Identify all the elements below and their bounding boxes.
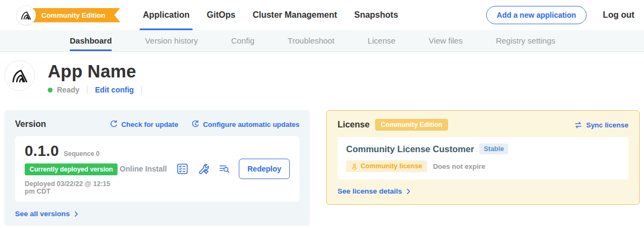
add-new-application-button[interactable]: Add a new application xyxy=(486,6,587,24)
chevron-right-icon xyxy=(73,211,79,217)
app-subnav: Dashboard Version history Config Trouble… xyxy=(0,30,644,52)
refresh-icon xyxy=(109,120,118,129)
tab-view-files[interactable]: View files xyxy=(429,30,463,51)
tab-dashboard[interactable]: Dashboard xyxy=(70,30,112,51)
current-version-panel: 0.1.0 Sequence 0 Currently deployed vers… xyxy=(15,136,299,202)
tab-config[interactable]: Config xyxy=(231,30,254,51)
version-card-header: Version Check for update Configure autom… xyxy=(15,119,299,129)
customer-name: Community License Customer xyxy=(346,144,474,154)
community-edition-badge: Community Edition xyxy=(375,119,449,131)
version-number: 0.1.0 xyxy=(25,142,59,160)
license-details-panel: Community License Customer Stable Commun… xyxy=(338,137,628,180)
chevron-right-icon xyxy=(405,188,412,195)
install-type-label: Online Install xyxy=(120,165,167,173)
app-status-row: Ready Edit config xyxy=(48,86,149,94)
app-avatar xyxy=(4,60,35,91)
sync-license-link[interactable]: Sync license xyxy=(574,120,628,130)
brand: Community Edition xyxy=(16,5,120,25)
edition-ribbon-badge: Community Edition xyxy=(26,8,120,23)
nav-item-cluster-management[interactable]: Cluster Management xyxy=(244,0,346,30)
expiration-label: Does not expire xyxy=(433,162,486,170)
see-all-versions-row: See all versions xyxy=(15,210,299,218)
version-actions: Online Install xyxy=(120,159,290,179)
license-type-badge: Community license xyxy=(346,160,427,172)
redeploy-button[interactable]: Redeploy xyxy=(239,159,290,179)
version-card-title: Version xyxy=(15,119,46,129)
status-dot-ready xyxy=(48,88,53,92)
edit-config-icon[interactable] xyxy=(197,162,210,175)
version-card: Version Check for update Configure autom… xyxy=(4,110,310,226)
license-card-title: License xyxy=(338,120,370,130)
divider xyxy=(87,86,87,94)
check-for-update-link[interactable]: Check for update xyxy=(109,120,178,129)
channel-badge: Stable xyxy=(479,144,508,154)
tab-troubleshoot[interactable]: Troubleshoot xyxy=(288,30,334,51)
configure-automatic-updates-link[interactable]: Configure automatic updates xyxy=(191,120,299,129)
version-card-actions: Check for update Configure automatic upd… xyxy=(109,120,299,129)
page-title: App Name xyxy=(48,61,149,82)
tab-registry-settings[interactable]: Registry settings xyxy=(496,30,555,51)
license-type-row: Community license Does not expire xyxy=(346,160,620,172)
nav-item-snapshots[interactable]: Snapshots xyxy=(346,0,407,30)
see-license-details-link[interactable]: See license details xyxy=(338,187,412,195)
app-header-text: App Name Ready Edit config xyxy=(48,60,149,94)
preflight-checks-icon[interactable] xyxy=(176,162,189,175)
top-navbar-right: Add a new application Log out xyxy=(486,6,644,24)
nav-item-gitops[interactable]: GitOps xyxy=(198,0,244,30)
edit-config-link[interactable]: Edit config xyxy=(95,86,134,94)
nav-item-application[interactable]: Application xyxy=(134,0,198,30)
app-header: App Name Ready Edit config xyxy=(4,60,640,94)
see-all-versions-link[interactable]: See all versions xyxy=(15,210,79,218)
person-icon xyxy=(351,163,358,170)
refresh-clock-icon xyxy=(191,120,200,129)
sequence-label: Sequence 0 xyxy=(64,150,100,158)
license-card: License Community Edition Sync license C… xyxy=(326,110,640,205)
version-info: 0.1.0 Sequence 0 Currently deployed vers… xyxy=(25,142,120,195)
logout-button[interactable]: Log out xyxy=(603,10,634,20)
top-navbar: Community Edition Application GitOps Clu… xyxy=(0,0,644,30)
replicated-mark-icon xyxy=(20,10,32,21)
tab-version-history[interactable]: Version history xyxy=(145,30,197,51)
customer-row: Community License Customer Stable xyxy=(346,144,620,154)
see-license-details-row: See license details xyxy=(338,187,628,195)
replicated-logo xyxy=(16,5,36,25)
tab-license[interactable]: License xyxy=(368,30,396,51)
status-label: Ready xyxy=(57,86,79,94)
swap-arrows-icon xyxy=(574,120,583,130)
primary-nav: Application GitOps Cluster Management Sn… xyxy=(134,0,407,30)
deployed-timestamp: Deployed 03/22/22 @ 12:15 pm CDT xyxy=(25,180,120,195)
replicated-mark-icon xyxy=(11,67,28,84)
view-diff-icon[interactable] xyxy=(218,162,231,175)
version-number-row: 0.1.0 Sequence 0 xyxy=(25,142,120,160)
license-card-header: License Community Edition Sync license xyxy=(338,119,628,131)
currently-deployed-badge: Currently deployed version xyxy=(25,163,118,175)
dashboard-cards: Version Check for update Configure autom… xyxy=(4,110,640,226)
divider xyxy=(141,86,142,94)
